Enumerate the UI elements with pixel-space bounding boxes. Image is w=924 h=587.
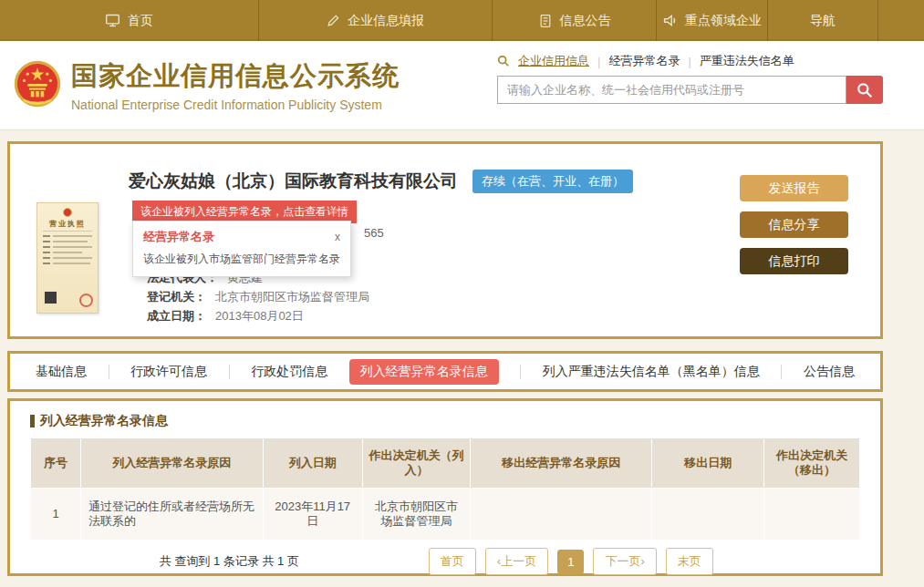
abnormal-popup: 经营异常名录 x 该企业被列入市场监管部门经营异常名录: [132, 221, 351, 277]
search-tab-abnormal-list[interactable]: 经营异常名录: [608, 53, 680, 69]
nav-label: 重点领域企业: [685, 13, 762, 29]
national-emblem-logo: [13, 59, 62, 112]
section-title: 列入经营异常名录信息: [30, 413, 860, 429]
field-establishment-date: 成立日期：2013年08月02日: [147, 310, 369, 323]
col-header: 作出决定机关（列入）: [363, 438, 470, 488]
search-button[interactable]: [846, 76, 883, 104]
tab-serious-violation-blacklist[interactable]: 列入严重违法失信名单（黑名单）信息: [543, 364, 760, 380]
company-summary-card: 营业执照 爱心灰姑娘（北京）国际教育科技有限公司 存续（在营、开业、在册） 该企…: [7, 141, 883, 339]
license-qr-code: [43, 290, 58, 305]
abnormal-records-table: 序号 列入经营异常名录原因 列入日期 作出决定机关（列入） 移出经营异常名录原因…: [30, 438, 860, 541]
record-count: 共 查询到 1 条记录 共 1 页: [30, 553, 429, 570]
tab-administrative-license[interactable]: 行政许可信息: [130, 364, 207, 380]
table-header-row: 序号 列入经营异常名录原因 列入日期 作出决定机关（列入） 移出经营异常名录原因…: [31, 438, 859, 488]
license-emblem-icon: [63, 208, 72, 217]
search-icon: [857, 82, 873, 98]
col-header: 作出决定机关（移出）: [764, 438, 859, 488]
search-input[interactable]: [497, 76, 846, 104]
tab-administrative-penalty[interactable]: 行政处罚信息: [251, 364, 327, 380]
search-tab-enterprise-credit[interactable]: 企业信用信息: [518, 53, 589, 69]
divider: [781, 365, 782, 379]
nav-label: 首页: [128, 13, 153, 29]
search-area: 企业信用信息 | 经营异常名录 | 严重违法失信名单: [497, 53, 883, 104]
close-icon[interactable]: x: [335, 231, 340, 243]
pagination-page-1[interactable]: 1: [557, 550, 584, 574]
cell-deciding-authority-out: [764, 489, 859, 540]
company-status-badge: 存续（在营、开业、在册）: [472, 170, 633, 193]
search-icon: [497, 55, 510, 67]
business-license-image[interactable]: 营业执照: [36, 202, 99, 314]
nav-home[interactable]: 首页: [0, 0, 259, 41]
popup-title: 经营异常名录: [143, 229, 214, 245]
nav-auth: 登录 注册: [878, 0, 924, 41]
send-report-button[interactable]: 发送报告: [740, 175, 848, 201]
pen-icon: [326, 14, 340, 28]
nav-navigation[interactable]: 导航: [768, 0, 879, 41]
field-registration-authority: 登记机关：北京市朝阳区市场监督管理局: [147, 291, 369, 304]
col-header: 移出日期: [652, 438, 763, 488]
cell-deciding-authority-in: 北京市朝阳区市场监督管理局: [363, 489, 470, 540]
nav-enterprise-filing[interactable]: 企业信息填报: [259, 0, 493, 41]
cell-index: 1: [31, 489, 80, 540]
col-header: 列入经营异常名录原因: [81, 438, 262, 488]
nav-key-enterprises[interactable]: 重点领域企业: [657, 0, 768, 41]
nav-label: 企业信息填报: [348, 13, 424, 29]
license-title: 营业执照: [43, 219, 92, 229]
search-tab-serious-violation[interactable]: 严重违法失信名单: [700, 53, 794, 69]
credit-code-fragment: 565: [364, 226, 384, 240]
cell-removal-reason: [471, 489, 651, 540]
cell-removal-date: [652, 489, 763, 540]
nav-label: 信息公告: [560, 13, 611, 29]
tab-abnormal-operation-list[interactable]: 列入经营异常名录信息: [349, 359, 499, 385]
share-info-button[interactable]: 信息分享: [740, 211, 848, 238]
divider: [229, 365, 230, 379]
site-header: 国家企业信用信息公示系统 National Enterprise Credit …: [0, 41, 924, 130]
col-header: 列入日期: [264, 438, 362, 488]
print-info-button[interactable]: 信息打印: [740, 248, 848, 274]
bulletin-icon: [538, 14, 553, 28]
col-header: 序号: [31, 438, 80, 488]
pagination: 共 查询到 1 条记录 共 1 页 首页 ‹上一页 1 下一页› 末页: [30, 548, 860, 575]
site-title: 国家企业信用信息公示系统: [71, 58, 400, 95]
pagination-last[interactable]: 末页: [666, 548, 713, 575]
company-name: 爱心灰姑娘（北京）国际教育科技有限公司: [129, 170, 458, 193]
divider: [109, 365, 109, 379]
pagination-prev[interactable]: ‹上一页: [485, 548, 548, 575]
cell-inclusion-reason: 通过登记的住所或者经营场所无法联系的: [81, 489, 262, 540]
table-row: 1 通过登记的住所或者经营场所无法联系的 2023年11月17日 北京市朝阳区市…: [31, 489, 859, 540]
company-fields: 法定代表人：黄志建 登记机关：北京市朝阳区市场监督管理局 成立日期：2013年0…: [147, 272, 369, 329]
detail-tabs: 基础信息 行政许可信息 行政处罚信息 列入经营异常名录信息 列入严重违法失信名单…: [7, 351, 883, 392]
abnormal-records-section: 列入经营异常名录信息 序号 列入经营异常名录原因 列入日期 作出决定机关（列入）…: [7, 398, 883, 576]
col-header: 移出经营异常名录原因: [471, 438, 651, 488]
divider: [520, 365, 521, 379]
cell-inclusion-date: 2023年11月17日: [264, 489, 362, 540]
popup-body: 该企业被列入市场监管部门经营异常名录: [143, 252, 340, 267]
site-subtitle: National Enterprise Credit Information P…: [71, 98, 400, 112]
speaker-icon: [662, 13, 678, 28]
monitor-icon: [105, 13, 120, 28]
nav-label: 导航: [810, 13, 836, 29]
pagination-first[interactable]: 首页: [429, 548, 476, 575]
company-actions: 发送报告 信息分享 信息打印: [740, 175, 848, 274]
divider: |: [688, 55, 690, 68]
license-seal: [79, 294, 93, 307]
nav-announcements[interactable]: 信息公告: [493, 0, 657, 41]
top-navigation: 首页 企业信息填报 信息公告 重点领域企业 导航 登录 注册: [0, 0, 924, 41]
tab-announcement-info[interactable]: 公告信息: [804, 364, 855, 380]
pagination-next[interactable]: 下一页›: [593, 548, 656, 575]
tab-basic-info[interactable]: 基础信息: [36, 364, 87, 380]
divider: |: [597, 55, 600, 68]
